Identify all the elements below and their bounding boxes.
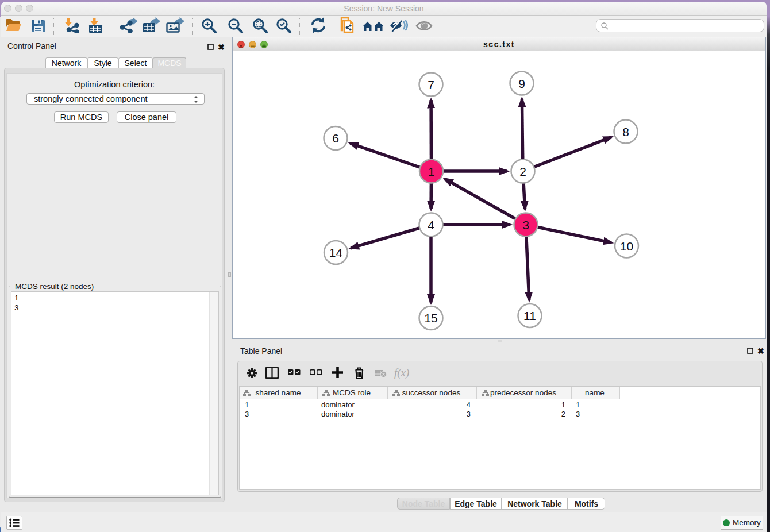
svg-text:1: 1 bbox=[428, 165, 435, 178]
svg-text:3: 3 bbox=[522, 218, 529, 232]
svg-text:2: 2 bbox=[519, 165, 526, 178]
svg-text:10: 10 bbox=[620, 240, 633, 253]
svg-text:f(x): f(x) bbox=[394, 367, 409, 379]
svg-text:14: 14 bbox=[329, 246, 343, 259]
svg-text:11: 11 bbox=[523, 309, 536, 322]
svg-text:9: 9 bbox=[518, 77, 525, 90]
svg-text:8: 8 bbox=[622, 125, 629, 138]
svg-text:15: 15 bbox=[424, 311, 437, 325]
svg-text:7: 7 bbox=[428, 78, 434, 91]
svg-text:4: 4 bbox=[428, 218, 434, 232]
svg-text:6: 6 bbox=[332, 132, 339, 145]
